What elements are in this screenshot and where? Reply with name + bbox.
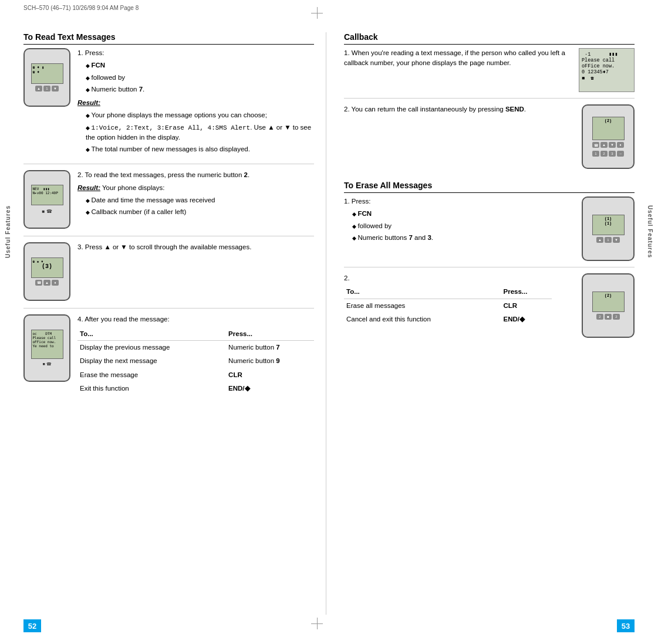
left-section: To Read Text Messages ☎ ♦ ▮ ☎ ♦ ▲ 1 ▼ 1.…	[23, 32, 326, 615]
erase-divider	[344, 267, 635, 267]
keypad-callback2b: 1 2 3 →	[592, 151, 624, 157]
erase-step1-fcn: FCN	[358, 210, 372, 217]
phone-screen-callback2: (2)	[592, 117, 625, 140]
erase-step1-num-buttons: Numeric buttons 7 and 3.	[358, 234, 434, 241]
phone-keypad-3: ☎ ▲ ♦	[35, 280, 59, 286]
left-section-title: To Read Text Messages	[23, 32, 314, 45]
table-cell-press: CLR	[226, 368, 314, 382]
step1-result1: Your phone displays the message options …	[92, 111, 267, 118]
table-cell-to: Erase all messages	[344, 299, 501, 313]
screen-line: Please call	[582, 57, 632, 63]
phone-image-3: ☎ ▪ ♦ (3) ☎ ▲ ♦	[23, 242, 70, 301]
page-num-right: 53	[617, 619, 635, 632]
erase-section-title: To Erase All Messages	[344, 181, 635, 193]
key: ♦	[52, 280, 59, 286]
key: ♦	[617, 142, 624, 148]
step1-result-label: Result:	[77, 99, 100, 106]
keypad-erase2: 2 ■ 2	[596, 314, 620, 320]
table-cell-press: Numeric button 9	[226, 354, 314, 368]
step3-desc: 3. Press ▲ or ▼ to scroll through the av…	[77, 243, 251, 250]
key: ☎	[35, 280, 42, 286]
main-content: To Read Text Messages ☎ ♦ ▮ ☎ ♦ ▲ 1 ▼ 1.…	[23, 32, 635, 615]
right-section-title: Callback	[344, 32, 635, 45]
key: 2	[613, 314, 620, 320]
erase-table: To... Press... Erase all messages CLR Ca…	[344, 286, 552, 326]
key: ▲	[600, 142, 608, 148]
table-row: Exit this function END/◆	[77, 382, 314, 395]
step1-options: 1:Voice, 2:Text, 3:Erase All, 4:SMS Aler…	[92, 124, 251, 131]
phone-status-2: ■ ☎	[42, 209, 52, 214]
erase-step2: 2. To... Press... Erase all messages CLR	[344, 273, 635, 338]
step4-text: 4. After you read the message: To... Pre…	[77, 314, 314, 396]
step2-result-label: Result:	[77, 184, 100, 191]
table-cell-press: END/◆	[501, 313, 552, 326]
erase-col1-header: To...	[344, 286, 501, 299]
step1-fcn: FCN	[92, 62, 106, 69]
erase-section: To Erase All Messages 1. Press: FCN foll…	[344, 181, 635, 338]
phone-image-callback2: (2) ☎ ▲ ▼ ♦ 1 2 3 →	[582, 104, 635, 169]
step1-text: 1. Press: FCN followed by Numeric button…	[77, 48, 314, 157]
callback-step1: 1. When you're reading a text message, i…	[344, 48, 635, 92]
screen-line: 0 12345♦7	[582, 69, 632, 75]
key: ▼	[613, 237, 620, 243]
phone-screen-erase2: (2)	[592, 292, 625, 312]
key: ■	[605, 314, 612, 320]
divider2	[23, 236, 314, 236]
table-row: Erase all messages CLR	[344, 299, 552, 313]
phone-image-erase2: (2) 2 ■ 2	[582, 273, 635, 338]
key: 2	[600, 151, 608, 157]
table-cell-to: Display the previous message	[77, 341, 226, 355]
key: ▲	[43, 280, 50, 286]
table-cell-press: Numeric button 7	[226, 341, 314, 355]
step4-row: oc DTM Please call oFFice now. Ye need t…	[23, 314, 314, 396]
table-row: Display the previous message Numeric but…	[77, 341, 314, 355]
step2-text: 2. To read the text messages, press the …	[77, 170, 314, 219]
phone-image-4: oc DTM Please call oFFice now. Ye need t…	[23, 314, 70, 382]
step2-desc: 2. To read the text messages, press the …	[77, 171, 249, 178]
erase-step1-num: 1. Press:	[344, 198, 370, 205]
phone-screen-erase1: (1) (1)	[592, 215, 625, 235]
phone-screen-3: ☎ ▪ ♦ (3)	[31, 257, 63, 278]
phone-image-erase1: (1) (1) ▲ 1 ▼	[582, 196, 635, 261]
table-cell-to: Display the next message	[77, 354, 226, 368]
key: ▲	[35, 86, 42, 91]
divider1	[23, 164, 314, 164]
left-side-label: Useful Features	[5, 205, 11, 258]
right-side-label: Useful Features	[647, 205, 653, 258]
table-col1-header: To...	[77, 328, 226, 341]
table-cell-press: END/◆	[226, 382, 314, 395]
table-row: Display the next message Numeric button …	[77, 354, 314, 368]
erase-step2-text: 2. To... Press... Erase all messages CLR	[344, 273, 575, 326]
step2-result-intro: Your phone displays:	[102, 184, 164, 191]
phone-screen-4: oc DTM Please call oFFice now. Ye need t…	[31, 330, 63, 359]
key: →	[617, 151, 624, 157]
table-cell-to: Cancel and exit this function	[344, 313, 501, 326]
keypad-callback2: ☎ ▲ ▼ ♦	[592, 142, 624, 148]
step2-result2: Callback number (if a caller left)	[92, 208, 187, 215]
erase-step1: 1. Press: FCN followed by Numeric button…	[344, 196, 635, 261]
key: 1	[605, 237, 612, 243]
step1-numbutton: Numeric button 7.	[92, 86, 145, 93]
table-col2-header: Press...	[226, 328, 314, 341]
phone-image-1: ☎ ♦ ▮ ☎ ♦ ▲ 1 ▼	[23, 48, 70, 107]
phone-image-2: NEV ▮▮▮ N▸v00 12:40P ■ ☎	[23, 170, 70, 229]
screen-line: ·1 ▮▮▮	[582, 51, 632, 57]
step3-text: 3. Press ▲ or ▼ to scroll through the av…	[77, 242, 314, 255]
page-num-left: 52	[23, 619, 41, 632]
page-header: SCH–570 (46–71) 10/26/98 9:04 AM Page 8	[23, 5, 139, 11]
phone-screen-1: ☎ ♦ ▮ ☎ ♦	[31, 63, 63, 84]
key: ☎	[592, 142, 599, 148]
key: ▼	[52, 86, 59, 91]
divider3	[23, 308, 314, 309]
callback-screen-1: ·1 ▮▮▮ Please call oFFice now. 0 12345♦7…	[579, 48, 635, 92]
phone-status-4: ■ ☎	[42, 362, 51, 367]
step1-result2: The total number of new messages is also…	[92, 145, 250, 152]
table-cell-to: Exit this function	[77, 382, 226, 395]
callback-step1-text: 1. When you're reading a text message, i…	[344, 48, 572, 69]
callback-step1-num: 1. When you're reading a text message, i…	[344, 49, 565, 66]
callback-step2-text: 2. You can return the call instantaneous…	[344, 104, 575, 114]
callback-step2-num: 2. You can return the call instantaneous…	[344, 106, 526, 113]
step2-row: NEV ▮▮▮ N▸v00 12:40P ■ ☎ 2. To read the …	[23, 170, 314, 229]
key: 1	[43, 86, 50, 91]
step1-row: ☎ ♦ ▮ ☎ ♦ ▲ 1 ▼ 1. Press: FCN followed b…	[23, 48, 314, 157]
